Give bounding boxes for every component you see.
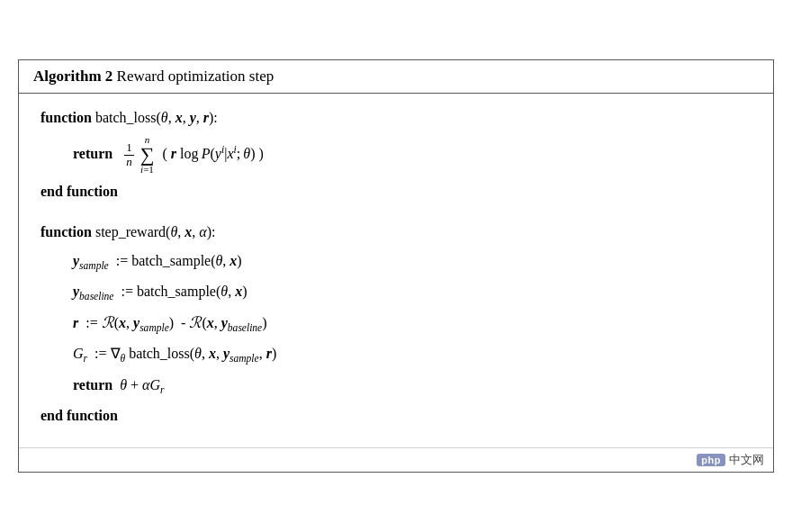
line-gr: Gr := ∇θ batch_loss(θ, x, ysample, r) [40,342,752,367]
fn-step-reward-name: step_reward( [95,224,171,239]
line-ysample: ysample := batch_sample(θ, x) [40,249,752,275]
line-ybaseline: ybaseline := batch_sample(θ, x) [40,280,752,305]
php-badge: php 中文网 [19,447,773,472]
kw-return-1: return [73,146,112,161]
step-reward-function-def: function step_reward(θ, x, α): [40,221,752,244]
kw-return-2: return [73,377,112,392]
algorithm-title: Reward optimization step [117,68,274,85]
algorithm-header: Algorithm 2 Reward optimization step [19,60,773,94]
algorithm-body: function batch_loss(θ, x, y, r): return … [19,94,773,448]
php-site-text: 中文网 [729,452,764,468]
sum-symbol: n ∑ i=1 [140,135,155,175]
batch-loss-formula: 1 n n ∑ i=1 ( r log P(yi|xi; θ) ) [116,146,264,161]
batch-loss-return: return 1 n n ∑ i=1 ( r log P(yi|xi; θ) ) [40,135,752,175]
kw-function-2: function [40,224,92,239]
fn-batch-loss-name: batch_loss( [95,110,161,125]
end-function-1: end function [40,180,752,203]
kw-function-1: function [40,110,92,125]
batch-loss-function-def: function batch_loss(θ, x, y, r): [40,106,752,130]
kw-end-function-2: end function [40,408,118,423]
algorithm-box: Algorithm 2 Reward optimization step fun… [18,59,774,473]
php-logo: php [697,454,725,466]
algorithm-label: Algorithm 2 [33,68,112,85]
fraction-1n: 1 n [124,141,134,168]
line-r: r := ℛ(x, ysample) - ℛ(x, ybaseline) [40,311,752,337]
kw-end-function-1: end function [40,184,118,199]
end-function-2: end function [40,404,752,428]
line-return-2: return θ + αGr [40,374,752,399]
